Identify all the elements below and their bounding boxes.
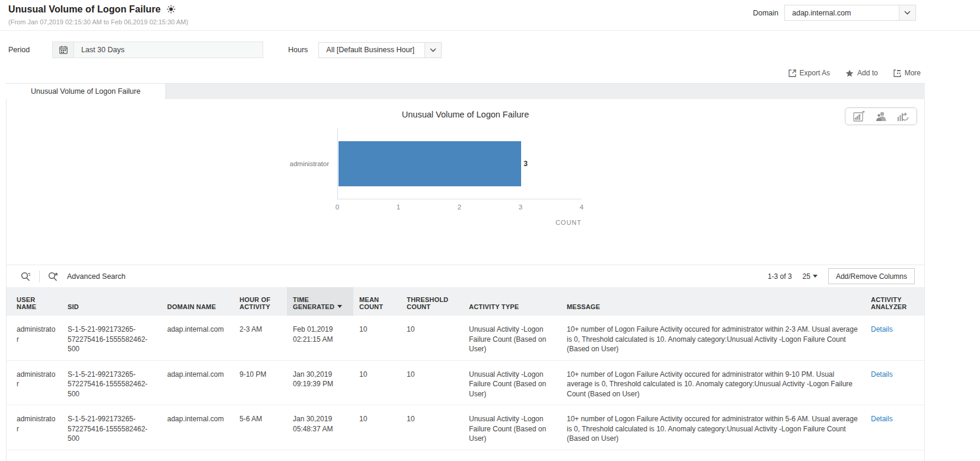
advanced-search-button[interactable] — [43, 272, 63, 281]
column-header-label: ACTIVITY TYPE — [469, 303, 519, 310]
hours-label: Hours — [288, 46, 308, 54]
page-title: Unusual Volume of Logon Failure — [8, 4, 161, 15]
x-axis-ticks: 01234 — [337, 204, 582, 214]
cell-hour-of-activity: 5-6 AM — [234, 405, 287, 450]
cell-sid: S-1-5-21-992173265-572275416-1555582462-… — [62, 405, 161, 450]
x-tick-label: 3 — [519, 204, 522, 211]
add-to-label: Add to — [857, 69, 878, 77]
report-panel: Unusual Volume of Logon Failure administ… — [6, 99, 925, 461]
pagination-range: 1-3 of 3 — [768, 272, 792, 281]
column-header-label: MESSAGE — [567, 303, 600, 310]
cell-domain-name: adap.internal.com — [161, 360, 234, 405]
details-link[interactable]: Details — [871, 325, 893, 333]
hours-select[interactable]: All [Default Business Hour] — [318, 42, 442, 58]
details-link[interactable]: Details — [871, 370, 893, 379]
column-header-domain-name[interactable]: DOMAIN NAME — [161, 287, 234, 316]
cell-domain-name: adap.internal.com — [161, 316, 234, 360]
cell-time-generated: Feb 01,2019 02:21:15 AM — [287, 316, 353, 360]
more-label: More — [905, 69, 921, 77]
cell-time-generated: Jan 30,2019 09:19:39 PM — [287, 360, 353, 405]
cell-threshold-count: 10 — [401, 316, 463, 360]
column-header-label: HOUR OF ACTIVITY — [240, 296, 270, 310]
cell-activity-type: Unusual Activity -Logon Failure Count (B… — [463, 360, 561, 405]
chevron-down-icon — [424, 43, 441, 58]
add-chart-button[interactable] — [849, 110, 869, 123]
column-header-mean-count[interactable]: MEAN COUNT — [353, 287, 401, 316]
column-header-threshold-count[interactable]: THRESHOLD COUNT — [401, 287, 463, 316]
tab-unusual-volume-of-logon-failure[interactable]: Unusual Volume of Logon Failure — [6, 84, 166, 99]
column-header-label: USER NAME — [17, 296, 36, 310]
page-header: Unusual Volume of Logon Failure (From Ja… — [0, 0, 980, 30]
cell-domain-name: adap.internal.com — [161, 405, 234, 450]
export-as-button[interactable]: Export As — [789, 69, 830, 77]
plot-area: 3 — [337, 128, 582, 199]
chart-title: Unusual Volume of Logon Failure — [7, 99, 924, 119]
cell-message: 10+ number of Logon Failure Activity occ… — [561, 316, 865, 360]
advanced-search-label[interactable]: Advanced Search — [67, 272, 126, 281]
chart-section: Unusual Volume of Logon Failure administ… — [7, 99, 924, 265]
refresh-chart-button[interactable] — [893, 110, 913, 123]
cell-threshold-count: 10 — [401, 405, 463, 450]
bar-value-label: 3 — [521, 160, 528, 168]
column-header-label: ACTIVITY ANALYZER — [871, 296, 906, 310]
hours-select-value: All [Default Business Hour] — [319, 43, 424, 58]
table-row: administratorS-1-5-21-992173265-57227541… — [7, 316, 924, 360]
cell-analyzer-link: Details — [865, 360, 924, 405]
details-link[interactable]: Details — [871, 415, 893, 423]
column-header-time-generated[interactable]: TIME GENERATED — [287, 287, 353, 316]
column-search-button[interactable] — [16, 272, 36, 281]
cell-user-name: administrator — [7, 360, 62, 405]
advanced-search-icon — [48, 272, 59, 281]
y-category-label: administrator — [290, 160, 329, 167]
cell-hour-of-activity: 9-10 PM — [234, 360, 287, 405]
domain-select-value: adap.internal.com — [785, 5, 899, 20]
user-attribution-button[interactable] — [872, 110, 890, 123]
domain-label: Domain — [753, 9, 778, 17]
cell-analyzer-link: Details — [865, 316, 924, 360]
cell-user-name: administrator — [7, 405, 62, 450]
table-row: administratorS-1-5-21-992173265-57227541… — [7, 360, 924, 405]
bar-chart-plus-icon — [853, 111, 865, 122]
add-remove-columns-button[interactable]: Add/Remove Columns — [828, 268, 915, 284]
bar-chart: administrator 3 01234 COUNT — [337, 128, 582, 226]
caret-down-icon — [813, 275, 818, 278]
period-input[interactable]: Last 30 Days — [52, 42, 263, 58]
column-header-activity-analyzer[interactable]: ACTIVITY ANALYZER — [865, 287, 924, 316]
column-header-sid[interactable]: SID — [62, 287, 161, 316]
x-tick-label: 0 — [336, 204, 339, 211]
domain-select[interactable]: adap.internal.com — [784, 5, 916, 21]
cell-mean-count: 10 — [353, 316, 401, 360]
chart-tools — [845, 107, 917, 125]
report-actions: Export As Add to More — [0, 66, 980, 83]
search-filter-icon — [21, 272, 31, 281]
more-button[interactable]: More — [893, 69, 921, 77]
x-tick-label: 4 — [580, 204, 583, 211]
page-size-dropdown[interactable]: 25 — [803, 272, 818, 281]
filter-row: Period Last 30 Days Hours All [Default B… — [0, 31, 980, 66]
sun-icon — [167, 5, 175, 14]
x-tick-label: 2 — [458, 204, 461, 211]
cell-mean-count: 10 — [353, 405, 401, 450]
calendar-icon[interactable] — [53, 42, 74, 58]
cell-message: 10+ number of Logon Failure Activity occ… — [561, 360, 865, 405]
tab-strip: Unusual Volume of Logon Failure — [6, 83, 925, 99]
column-header-message[interactable]: MESSAGE — [561, 287, 865, 316]
column-header-user-name[interactable]: USER NAME — [7, 287, 62, 316]
cell-threshold-count: 10 — [401, 360, 463, 405]
table-toolbar: Advanced Search 1-3 of 3 25 Add/Remove C… — [7, 265, 924, 287]
chart-refresh-icon — [897, 112, 909, 122]
cell-user-name: administrator — [7, 316, 62, 360]
column-header-hour-of-activity[interactable]: HOUR OF ACTIVITY — [234, 287, 287, 316]
bar-administrator[interactable] — [339, 141, 521, 186]
column-header-activity-type[interactable]: ACTIVITY TYPE — [463, 287, 561, 316]
cell-mean-count: 10 — [353, 360, 401, 405]
sort-desc-icon — [337, 305, 342, 308]
export-as-label: Export As — [800, 69, 830, 77]
column-header-label: DOMAIN NAME — [167, 303, 216, 310]
cell-sid: S-1-5-21-992173265-572275416-1555582462-… — [62, 360, 161, 405]
x-tick-label: 1 — [397, 204, 400, 211]
column-header-label: SID — [68, 303, 79, 310]
table-row: administratorS-1-5-21-992173265-57227541… — [7, 405, 924, 450]
star-icon — [845, 69, 854, 77]
add-to-button[interactable]: Add to — [845, 69, 878, 77]
